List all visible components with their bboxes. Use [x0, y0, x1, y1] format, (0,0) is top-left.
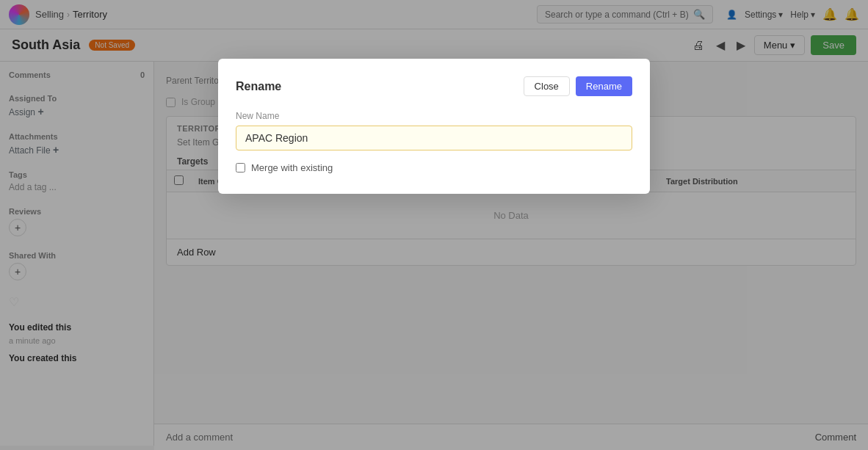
new-name-input[interactable] — [236, 126, 632, 150]
modal-header: Rename Close Rename — [236, 76, 632, 96]
merge-checkbox[interactable] — [236, 163, 245, 173]
modal-overlay: Rename Close Rename New Name Merge with … — [0, 0, 868, 446]
modal-rename-button[interactable]: Rename — [576, 76, 632, 96]
new-name-label: New Name — [236, 111, 632, 121]
modal-title: Rename — [236, 80, 281, 93]
merge-checkbox-row: Merge with existing — [236, 162, 632, 173]
modal-close-button[interactable]: Close — [524, 76, 570, 96]
merge-label: Merge with existing — [251, 162, 333, 173]
modal-header-actions: Close Rename — [524, 76, 632, 96]
rename-modal: Rename Close Rename New Name Merge with … — [218, 59, 650, 194]
